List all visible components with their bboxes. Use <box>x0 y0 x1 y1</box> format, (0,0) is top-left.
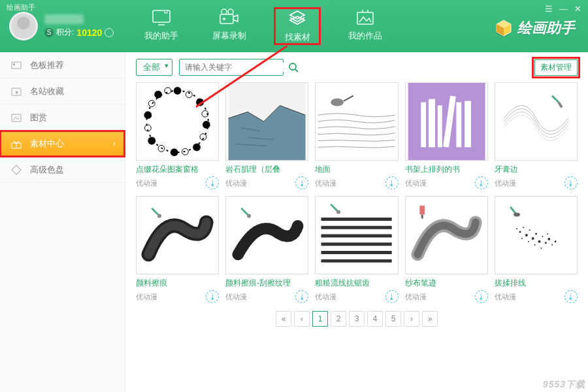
page-next[interactable]: › <box>404 311 419 327</box>
material-card[interactable]: 搓揉排线 优动漫⭳ <box>495 196 578 303</box>
svg-point-62 <box>525 234 528 237</box>
minimize-icon[interactable]: — <box>559 4 568 14</box>
search-box <box>179 59 284 76</box>
download-button[interactable]: ⭳ <box>385 176 399 189</box>
page-last[interactable]: » <box>422 311 438 327</box>
svg-point-59 <box>516 228 517 229</box>
svg-point-24 <box>196 99 204 106</box>
sidebar-item-bookmark[interactable]: ★ 名站收藏 <box>0 78 125 105</box>
close-icon[interactable]: ✕ <box>574 4 581 14</box>
card-author: 优动漫 <box>495 178 516 188</box>
tab-my-works[interactable]: 我的作品 <box>342 8 388 44</box>
material-card[interactable]: 纱布笔迹 优动漫⭳ <box>405 196 488 303</box>
card-author: 优动漫 <box>405 292 427 302</box>
thumbnail <box>225 82 308 161</box>
material-card[interactable]: 地面 优动漫⭳ <box>315 82 398 189</box>
svg-point-64 <box>532 237 534 240</box>
svg-point-28 <box>148 137 155 145</box>
download-button[interactable]: ⭳ <box>385 290 399 303</box>
menu-icon[interactable]: ☰ <box>545 4 553 14</box>
tab-screen-record[interactable]: 屏幕录制 <box>206 8 252 44</box>
filter-select[interactable]: 全部 <box>136 59 172 76</box>
page-number[interactable]: 2 <box>331 311 346 327</box>
material-card[interactable]: 书架上排列的书 优动漫⭳ <box>405 82 488 189</box>
material-card[interactable]: 粗糙流线抗锯齿 优动漫⭳ <box>315 196 398 303</box>
svg-point-67 <box>542 236 543 237</box>
sidebar-item-palette[interactable]: 色板推荐 <box>0 52 125 78</box>
page-number[interactable]: 4 <box>367 311 383 327</box>
download-button[interactable]: ⭳ <box>295 176 308 189</box>
svg-point-26 <box>193 143 201 151</box>
window-controls: ☰ — ✕ <box>545 4 581 14</box>
svg-rect-43 <box>421 103 426 148</box>
card-title: 纱布笔迹 <box>405 278 488 289</box>
user-block: S 积分: 10120 <box>0 12 125 41</box>
thumbnail <box>405 196 488 274</box>
material-card[interactable]: 岩石肌理（层叠 优动漫⭳ <box>225 82 308 189</box>
svg-point-6 <box>221 9 227 14</box>
download-button[interactable]: ⭳ <box>206 290 219 303</box>
download-button[interactable]: ⭳ <box>295 290 308 303</box>
search-button[interactable] <box>288 59 299 75</box>
svg-point-77 <box>514 213 520 217</box>
app-title: 绘画助手 <box>7 3 35 12</box>
gift-icon <box>10 138 22 150</box>
svg-point-73 <box>534 244 535 246</box>
sidebar-item-gallery[interactable]: 图赏 <box>0 105 125 131</box>
image-icon <box>10 112 22 123</box>
svg-rect-48 <box>465 101 471 148</box>
thumbnail <box>136 196 219 274</box>
download-button[interactable]: ⭳ <box>206 176 219 189</box>
points-value: 10120 <box>76 27 102 38</box>
thumbnail <box>405 82 488 161</box>
sidebar-item-material-center[interactable]: 素材中心 <box>0 131 125 157</box>
svg-point-23 <box>174 87 182 95</box>
card-author: 优动漫 <box>136 178 157 188</box>
svg-point-25 <box>203 121 210 129</box>
page-prev[interactable]: ‹ <box>294 311 310 327</box>
page-number[interactable]: 1 <box>312 311 328 327</box>
manage-materials-button[interactable]: 素材管理 <box>534 59 578 76</box>
sidebar-item-adv-palette[interactable]: 高级色盘 <box>0 157 125 183</box>
toolbar: 全部 素材管理 <box>136 59 578 76</box>
svg-point-30 <box>154 91 162 99</box>
card-title: 地面 <box>315 164 398 175</box>
points-label: 积分: <box>56 27 74 38</box>
page-number[interactable]: 3 <box>349 311 365 327</box>
page-number[interactable]: 5 <box>385 311 401 327</box>
material-card[interactable]: 牙膏边 优动漫⭳ <box>495 82 578 189</box>
star-folder-icon: ★ <box>10 86 22 97</box>
svg-point-40 <box>331 99 344 106</box>
download-button[interactable]: ⭳ <box>475 176 488 189</box>
material-card[interactable]: 颜料擦痕-刮擦纹理 优动漫⭳ <box>225 196 308 303</box>
svg-point-63 <box>529 229 531 231</box>
svg-point-68 <box>545 242 547 244</box>
header: 绘画助手 ☰ — ✕ S 积分: 10120 我的助手 屏幕录制 找素材 <box>0 0 588 52</box>
tab-my-assistant[interactable]: 我的助手 <box>139 8 184 44</box>
main: 全部 素材管理 点缀花朵图案窗格 优动漫⭳ <box>125 52 588 392</box>
svg-point-49 <box>157 214 161 218</box>
download-button[interactable]: ⭳ <box>564 290 578 303</box>
brand-cube-icon <box>494 18 514 38</box>
card-title: 牙膏边 <box>495 164 578 175</box>
tab-label: 找素材 <box>274 31 320 43</box>
svg-point-38 <box>165 88 171 94</box>
card-author: 优动漫 <box>225 178 247 188</box>
svg-point-75 <box>521 238 523 239</box>
download-button[interactable]: ⭳ <box>475 290 488 303</box>
search-input[interactable] <box>180 63 288 72</box>
sidebar: 色板推荐 ★ 名站收藏 图赏 素材中心 高级色盘 <box>0 52 125 392</box>
svg-line-41 <box>344 96 353 101</box>
svg-text:★: ★ <box>14 90 19 95</box>
page-first[interactable]: « <box>276 311 291 327</box>
svg-line-21 <box>295 69 298 72</box>
card-author: 优动漫 <box>136 292 157 302</box>
reload-icon[interactable] <box>105 28 114 37</box>
download-button[interactable]: ⭳ <box>564 176 578 189</box>
avatar[interactable] <box>9 12 38 41</box>
card-title: 颜料擦痕 <box>136 278 219 289</box>
sidebar-item-label: 色板推荐 <box>30 59 64 71</box>
material-card[interactable]: 颜料擦痕 优动漫⭳ <box>136 196 219 303</box>
tab-find-material[interactable]: 找素材 <box>274 8 320 44</box>
material-card[interactable]: 点缀花朵图案窗格 优动漫⭳ <box>136 82 219 189</box>
